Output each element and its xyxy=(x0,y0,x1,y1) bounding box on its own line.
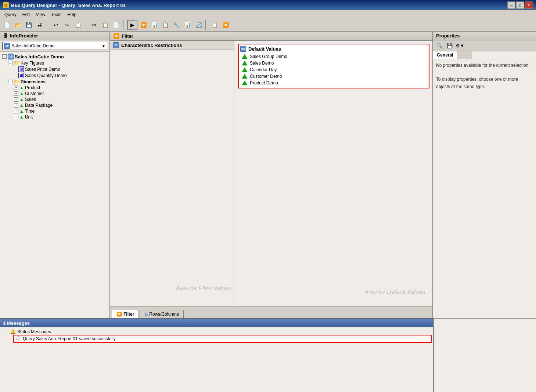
toolbar-new[interactable]: 📄 xyxy=(1,20,12,30)
infoprovider-tree: − DB Sales InfoCube Demo − 📁 Key Figures… xyxy=(0,52,109,318)
toolbar-sep2 xyxy=(85,20,87,30)
filter-header-icon: 🔽 xyxy=(113,33,119,39)
toolbar-print[interactable]: 🖨 xyxy=(35,20,45,30)
properties-title: Properties xyxy=(436,33,460,39)
toolbar-copy2[interactable]: 📋 xyxy=(73,20,83,30)
filter-tab-bar: 🔽 Filter ⊞ Rows/Columns xyxy=(110,306,432,318)
toolbar-grid[interactable]: 📋 xyxy=(160,20,170,30)
dv-item-0[interactable]: Sales Group Demo xyxy=(240,53,427,60)
dv-item-4[interactable]: Product Demo xyxy=(240,80,427,86)
properties-hint: To display properties, choose one or mor… xyxy=(436,76,533,90)
tree-sales-toggle[interactable]: + xyxy=(14,97,18,102)
dim-icon-product: ▲ xyxy=(19,85,24,90)
toolbar-open[interactable]: 📂 xyxy=(12,20,23,30)
menu-query[interactable]: Query xyxy=(1,11,19,18)
tree-kf-toggle[interactable]: − xyxy=(8,61,12,65)
prop-tab-general[interactable]: General xyxy=(433,51,457,59)
default-values-label: Default Values xyxy=(248,46,281,52)
green-triangle-icon-4 xyxy=(242,80,248,86)
dv-item-3[interactable]: Customer Demo xyxy=(240,73,427,80)
tree-dim-toggle[interactable]: − xyxy=(8,80,12,84)
toolbar-copy[interactable]: 📋 xyxy=(100,20,110,30)
toolbar-dropdown[interactable]: 🔽 xyxy=(220,20,231,30)
menu-tools[interactable]: Tools xyxy=(48,11,64,18)
tab-rows-columns[interactable]: ⊞ Rows/Columns xyxy=(140,310,184,318)
tree-unit[interactable]: + ▲ Unit xyxy=(13,114,108,120)
tree-root-toggle[interactable]: − xyxy=(2,54,7,59)
status-messages-row: − 🔔 Status Messages xyxy=(1,329,432,335)
minimize-button[interactable]: ─ xyxy=(507,1,515,9)
tree-dp-toggle[interactable]: + xyxy=(14,103,18,108)
tree-customer[interactable]: + ▲ Customer xyxy=(13,91,108,97)
tree-dimensions-row: − 📁 Dimensions + ▲ Product + ▲ Customer xyxy=(7,79,108,120)
dv-item-1[interactable]: Sales Demo xyxy=(240,60,427,66)
tree-sales-label: Sales xyxy=(25,97,36,102)
tree-product[interactable]: + ▲ Product xyxy=(13,85,108,91)
svg-marker-3 xyxy=(242,74,247,79)
db-icon-root: DB xyxy=(8,54,14,59)
menu-help[interactable]: Help xyxy=(64,11,79,18)
infocube-selector-row: DB Sales InfoCube Demo ▼ xyxy=(0,40,109,52)
properties-toolbar: 🔍 💾 ⚙▼ xyxy=(433,40,536,51)
filter-header: 🔽 Filter xyxy=(110,32,432,41)
filter-title: Filter xyxy=(122,33,133,39)
toolbar-refresh[interactable]: 🔄 xyxy=(193,20,204,30)
msg-expand[interactable]: − xyxy=(3,330,7,334)
tree-customer-label: Customer xyxy=(25,91,44,96)
infocube-selector[interactable]: DB Sales InfoCube Demo ▼ xyxy=(2,42,107,50)
toolbar-paste[interactable]: 📄 xyxy=(111,20,121,30)
tree-sales-price-label: Sales Price Demo xyxy=(25,67,60,72)
toolbar-table[interactable]: 📊 xyxy=(149,20,159,30)
toolbar-cut[interactable]: ✂ xyxy=(89,20,99,30)
infocube-label: Sales InfoCube Demo xyxy=(11,43,54,48)
menu-view[interactable]: View xyxy=(33,11,48,18)
tree-sales-price[interactable]: ⊞ Sales Price Demo xyxy=(13,66,108,72)
char-restrictions-panel: DB Characteristic Restrictions Area for … xyxy=(110,41,235,306)
prop-btn-left[interactable]: 🔍 xyxy=(435,41,444,50)
tree-dim-children: + ▲ Product + ▲ Customer + ▲ Sales xyxy=(13,85,108,120)
title-bar: Q BEx Query Designer - Query: Sales Ana.… xyxy=(0,0,536,10)
toolbar-publish[interactable]: 📋 xyxy=(209,20,220,30)
toolbar-undo[interactable]: ↩ xyxy=(51,20,61,30)
prop-btn-save[interactable]: 💾 xyxy=(445,41,454,50)
main-container: 🗄 InfoProvider DB Sales InfoCube Demo ▼ … xyxy=(0,32,536,319)
toolbar-info[interactable]: 📊 xyxy=(182,20,193,30)
tree-keyfigures[interactable]: − 📁 Key Figures xyxy=(7,60,108,66)
menu-edit[interactable]: Edit xyxy=(19,11,33,18)
default-values-content: DB Default Values Sales Group Demo Sales… xyxy=(235,41,432,91)
maximize-button[interactable]: □ xyxy=(516,1,524,9)
status-messages-label: Status Messages xyxy=(17,329,51,334)
close-button[interactable]: ✕ xyxy=(525,1,533,9)
window-title: BEx Query Designer - Query: Sales Ana. R… xyxy=(11,3,126,8)
properties-bottom xyxy=(433,319,536,392)
tree-dimensions[interactable]: − 📁 Dimensions xyxy=(7,79,108,85)
tree-sales-qty[interactable]: ⊞ Sales Quantity Demo xyxy=(13,72,108,79)
dv-label-1: Sales Demo xyxy=(250,61,274,66)
filter-area: 🔽 Filter DB Characteristic Restrictions … xyxy=(110,32,433,318)
tree-customer-toggle[interactable]: + xyxy=(14,91,18,96)
tree-datapackage[interactable]: + ▲ Data Package xyxy=(13,102,108,108)
svg-marker-4 xyxy=(242,81,247,85)
toolbar-save[interactable]: 💾 xyxy=(24,20,34,30)
tree-product-toggle[interactable]: + xyxy=(14,86,18,90)
toolbar-filter[interactable]: 🔽 xyxy=(138,20,148,30)
dv-item-2[interactable]: Calendar Day xyxy=(240,66,427,73)
toolbar-chart[interactable]: 🔧 xyxy=(171,20,181,30)
tree-unit-toggle[interactable]: + xyxy=(14,115,18,119)
msg-text-0: Query Sales Ana. Report 01 saved success… xyxy=(23,336,116,341)
prop-tab-extended[interactable] xyxy=(457,51,472,59)
tree-sales[interactable]: + ▲ Sales xyxy=(13,97,108,102)
tree-sales-qty-label: Sales Quantity Demo xyxy=(25,73,66,78)
tree-product-label: Product xyxy=(25,85,40,90)
prop-btn-dropdown[interactable]: ⚙▼ xyxy=(455,41,465,50)
tree-root[interactable]: − DB Sales InfoCube Demo xyxy=(1,53,108,60)
toolbar-execute[interactable]: ▶ xyxy=(127,20,137,30)
toolbar: 📄 📂 💾 🖨 ↩ ↪ 📋 ✂ 📋 📄 ▶ 🔽 📊 📋 🔧 📊 🔄 📋 🔽 xyxy=(0,19,536,32)
filter-main: DB Characteristic Restrictions Area for … xyxy=(110,41,432,306)
toolbar-redo[interactable]: ↪ xyxy=(62,20,72,30)
green-triangle-icon-1 xyxy=(242,61,248,66)
tree-time[interactable]: + ▲ Time xyxy=(13,108,108,114)
dim-icon-sales: ▲ xyxy=(19,97,24,102)
tab-filter[interactable]: 🔽 Filter xyxy=(112,310,139,318)
tree-time-toggle[interactable]: + xyxy=(14,109,18,113)
